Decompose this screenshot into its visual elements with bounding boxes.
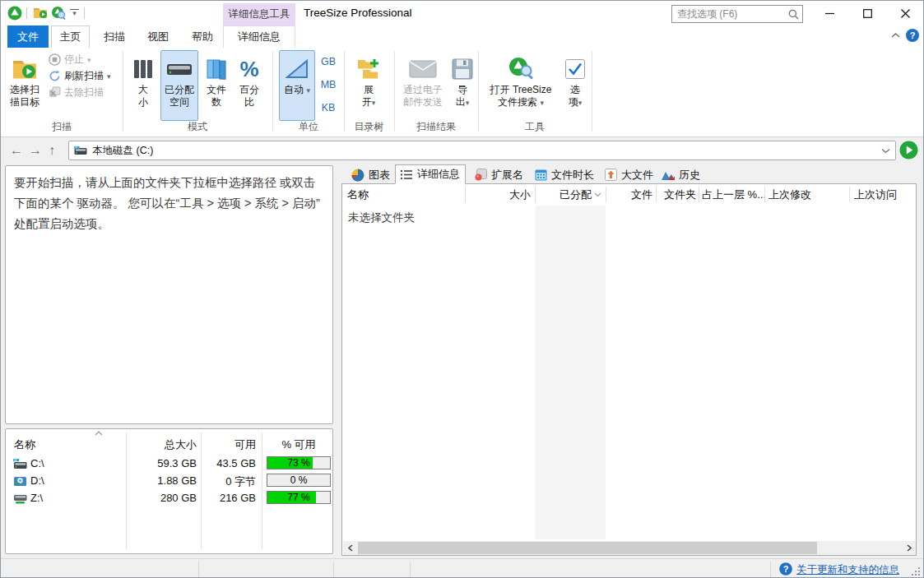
no-folder-selected-text: 未选择文件夹 <box>348 210 415 225</box>
tab-chart[interactable]: 图表 <box>346 165 395 184</box>
divider <box>126 432 127 549</box>
divider <box>465 187 466 202</box>
ribbon-tab-row: 文件 主页 扫描 视图 帮助 详细信息 ? <box>1 25 923 48</box>
back-button[interactable]: ← <box>10 137 23 164</box>
path-text: 本地磁盘 (C:) <box>92 144 881 158</box>
find-options-search-input[interactable]: 查找选项 (F6) <box>671 5 803 23</box>
col-last-modified[interactable]: 上次修改 <box>768 184 851 205</box>
mode-size-button[interactable]: 大小 <box>128 50 158 121</box>
refresh-scan-button[interactable]: 刷新扫描▾ <box>49 68 111 84</box>
divider <box>770 562 771 577</box>
scroll-left-icon[interactable] <box>343 541 357 555</box>
divider <box>535 187 536 202</box>
maximize-button[interactable] <box>849 1 886 25</box>
start-scan-button[interactable] <box>899 141 918 160</box>
unit-mb-button[interactable]: MB <box>316 75 341 95</box>
tab-file[interactable]: 文件 <box>7 25 49 48</box>
tree-group-label: 目录树 <box>344 120 394 134</box>
chevron-down-icon[interactable] <box>881 148 890 154</box>
files-stack-icon <box>205 54 228 84</box>
select-scan-target-button[interactable]: 选择扫描目标 <box>5 50 44 121</box>
horizontal-scrollbar[interactable] <box>343 541 916 555</box>
drives-col-name[interactable]: 名称 <box>14 437 35 452</box>
col-size[interactable]: 大小 <box>467 184 531 205</box>
unit-auto-button[interactable]: 自动 ▾ <box>279 50 315 121</box>
quick-scan-folder-icon[interactable] <box>33 6 49 20</box>
unit-gb-button[interactable]: GB <box>316 52 341 72</box>
sort-ascending-icon <box>95 431 103 436</box>
svg-text:?: ? <box>783 564 789 574</box>
send-email-button: 通过电子邮件发送 <box>399 50 447 121</box>
close-button[interactable] <box>887 1 924 25</box>
forward-button[interactable]: → <box>29 137 42 164</box>
tab-help[interactable]: 帮助 <box>183 25 221 48</box>
tab-scan[interactable]: 扫描 <box>95 25 133 48</box>
pie-chart-icon <box>351 169 364 182</box>
tab-view[interactable]: 视图 <box>139 25 177 48</box>
col-last-accessed[interactable]: 上次访问 <box>854 184 917 205</box>
divider <box>123 51 123 132</box>
size-bars-icon <box>132 54 154 84</box>
free-space-bar: 0 % <box>267 474 331 487</box>
mode-group-label: 模式 <box>161 120 234 134</box>
divider <box>606 187 606 202</box>
details-list-icon <box>401 169 413 180</box>
instructions-text: 要开始扫描，请从上面的文件夹下拉框中选择路径 或双击下面的某个 驱动器。 您可以… <box>14 176 320 230</box>
tab-details-view[interactable]: 详细信息 <box>395 164 466 184</box>
drives-col-pct[interactable]: % 可用 <box>265 437 332 452</box>
results-group-label: 扫描结果 <box>394 120 478 134</box>
free-space-bar: 77 % <box>267 491 331 504</box>
divider <box>849 187 850 202</box>
treesize-search-icon <box>507 54 535 84</box>
up-button[interactable]: ↑ <box>49 137 55 164</box>
network-drive-icon <box>13 493 27 504</box>
options-button[interactable]: 选项▾ <box>562 50 588 121</box>
minimize-button[interactable] <box>811 1 848 25</box>
open-file-search-button[interactable]: 打开 TreeSize 文件搜索 ▾ <box>483 50 559 121</box>
resize-grip[interactable] <box>911 566 921 576</box>
address-bar: ← → ↑ 本地磁盘 (C:) <box>1 137 923 164</box>
col-files[interactable]: 文件 <box>607 184 652 205</box>
mode-file-count-button[interactable]: 文件数 <box>202 50 231 121</box>
export-button[interactable]: 导出▾ <box>449 50 476 121</box>
cd-drive-icon <box>13 476 27 487</box>
tab-home[interactable]: 主页 <box>51 25 90 48</box>
tab-top-files[interactable]: 大文件 <box>600 165 658 184</box>
unit-kb-button[interactable]: KB <box>316 98 341 118</box>
col-percent-of-parent[interactable]: 占上一层 %... <box>702 184 766 205</box>
mode-percent-button[interactable]: % 百分比 <box>234 50 264 121</box>
col-allocated[interactable]: 已分配 <box>536 184 592 205</box>
free-space-bar: 73 % <box>267 456 331 469</box>
drives-panel: 名称 总大小 可用 % 可用 C:\ 59.3 GB 43.5 GB 73 % … <box>5 428 333 554</box>
path-combobox[interactable]: 本地磁盘 (C:) <box>68 141 896 160</box>
tab-extensions[interactable]: 扩展名 <box>470 165 528 184</box>
ribbon: 选择扫描目标 停止▾ 刷新扫描▾ 去除扫描 扫描 大小 已分配空间 <box>1 48 923 137</box>
scroll-right-icon[interactable] <box>902 541 916 555</box>
expand-folders-icon <box>356 54 381 84</box>
update-info-link[interactable]: 关于更新和支持的信息 <box>796 563 899 577</box>
divider <box>262 432 262 549</box>
scan-group-label: 扫描 <box>26 120 98 134</box>
remove-scan-icon <box>49 86 61 99</box>
update-shield-icon: ? <box>779 562 792 576</box>
search-icon <box>788 9 799 20</box>
folder-play-icon <box>12 54 38 84</box>
drives-col-free[interactable]: 可用 <box>203 437 256 452</box>
quick-file-search-icon[interactable] <box>51 6 67 20</box>
tab-history[interactable]: 历史 <box>657 165 705 184</box>
quick-access-customize-icon[interactable]: ▾ <box>70 9 79 17</box>
mode-allocated-button[interactable]: 已分配空间 <box>160 50 198 121</box>
tab-file-age[interactable]: 文件时长 <box>530 165 599 184</box>
percent-icon: % <box>239 54 258 84</box>
drives-col-total[interactable]: 总大小 <box>131 437 197 452</box>
scrollbar-thumb[interactable] <box>358 542 817 554</box>
tab-details[interactable]: 详细信息 <box>223 25 295 48</box>
contextual-tab-header: 详细信息工具 <box>223 3 295 25</box>
extension-icon <box>475 169 487 181</box>
col-folders[interactable]: 文件夹 <box>657 184 696 205</box>
expand-tree-button[interactable]: 展开▾ <box>350 50 388 121</box>
collapse-ribbon-icon[interactable] <box>891 32 900 39</box>
col-name[interactable]: 名称 <box>347 184 462 205</box>
help-icon[interactable]: ? <box>906 29 919 42</box>
divider <box>764 187 765 202</box>
